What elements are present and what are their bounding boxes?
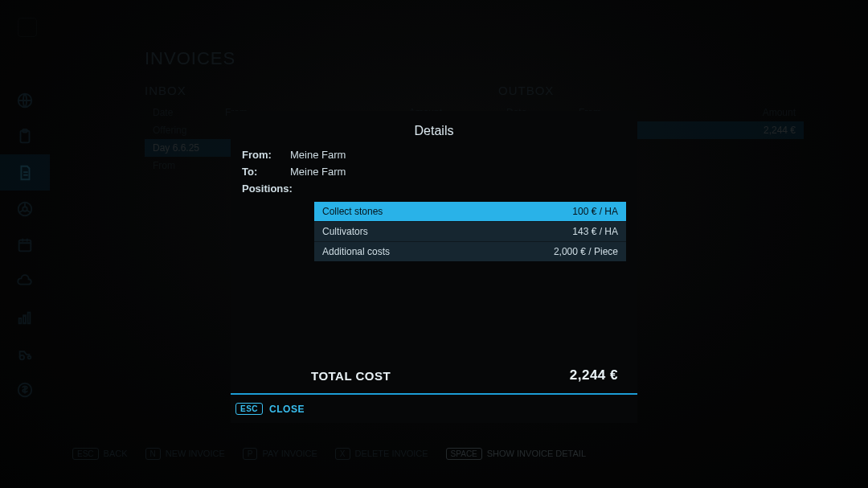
total-row: TOTAL COST 2,244 € (231, 358, 637, 393)
position-name: Collect stones (322, 206, 383, 217)
modal-title: Details (231, 111, 637, 146)
close-key: ESC (235, 403, 263, 415)
modal-divider (231, 393, 637, 395)
position-row[interactable]: Cultivators 143 € / HA (314, 221, 626, 241)
position-name: Cultivators (322, 226, 368, 237)
position-price: 143 € / HA (572, 226, 618, 237)
total-value: 2,244 € (570, 367, 618, 383)
total-label: TOTAL COST (311, 369, 391, 383)
to-value: Meine Farm (290, 166, 346, 178)
from-value: Meine Farm (290, 149, 346, 161)
details-modal: Details From: Meine Farm To: Meine Farm … (231, 111, 637, 423)
position-name: Additional costs (322, 246, 390, 257)
from-label: From: (242, 149, 290, 161)
positions-label: Positions: (242, 182, 290, 195)
close-button[interactable]: ESC CLOSE (231, 403, 305, 423)
positions-table: Collect stones 100 € / HA Cultivators 14… (314, 202, 626, 261)
to-label: To: (242, 166, 290, 178)
position-price: 2,000 € / Piece (554, 246, 618, 257)
modal-overlay: Details From: Meine Farm To: Meine Farm … (0, 0, 868, 488)
position-row[interactable]: Collect stones 100 € / HA (314, 202, 626, 221)
position-price: 100 € / HA (572, 206, 618, 217)
close-label: CLOSE (269, 404, 305, 415)
position-row[interactable]: Additional costs 2,000 € / Piece (314, 241, 626, 261)
